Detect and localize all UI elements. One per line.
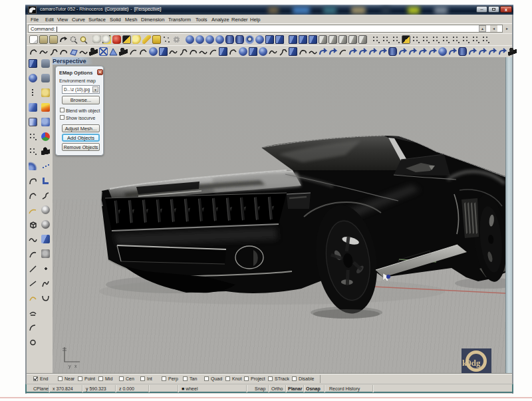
svg-text:y: y [68, 364, 71, 369]
svg-text:k0dg: k0dg [462, 358, 481, 368]
svg-text:x: x [74, 364, 77, 368]
